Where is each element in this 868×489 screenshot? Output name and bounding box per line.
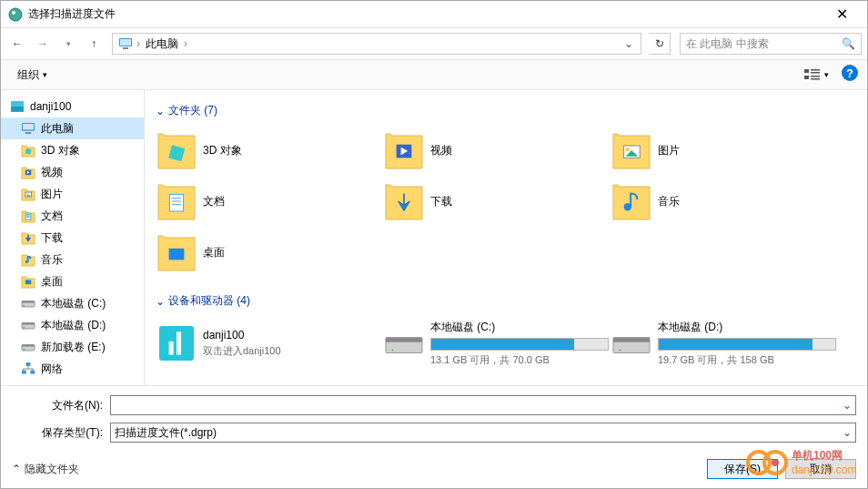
svg-rect-40: [30, 371, 35, 374]
svg-rect-7: [811, 72, 820, 74]
sidebar-item[interactable]: danji100: [1, 96, 144, 117]
pictures-icon: [21, 187, 35, 201]
sidebar-item[interactable]: 本地磁盘 (C:): [1, 292, 144, 314]
folder-item[interactable]: 下载: [383, 178, 611, 224]
drive-usage-bar: [658, 338, 836, 351]
3d-icon: [21, 143, 35, 158]
folder-label: 3D 对象: [203, 143, 242, 158]
sidebar: danji100此电脑3D 对象视频图片文档下载音乐桌面本地磁盘 (C:)本地磁…: [1, 90, 145, 385]
network-icon: [21, 362, 35, 376]
recent-dropdown[interactable]: ▾: [57, 33, 79, 55]
sidebar-item[interactable]: 音乐: [1, 249, 144, 270]
svg-rect-22: [25, 213, 31, 219]
drive-name: danji100: [203, 329, 381, 341]
close-button[interactable]: ✕: [823, 1, 860, 27]
svg-rect-36: [22, 345, 35, 347]
drive-item[interactable]: 本地磁盘 (C:)13.1 GB 可用，共 70.0 GB: [383, 318, 611, 369]
downloads-icon: [21, 230, 35, 245]
devices-section-header[interactable]: ⌄ 设备和驱动器 (4): [156, 290, 856, 318]
search-input[interactable]: 在 此电脑 中搜索 🔍: [680, 33, 862, 55]
svg-point-63: [391, 350, 393, 351]
filename-input[interactable]: ⌄: [110, 395, 856, 415]
filetype-select[interactable]: 扫描进度文件(*.dgrp) ⌄: [110, 423, 856, 443]
folder-item[interactable]: 3D 对象: [156, 127, 383, 173]
search-icon: 🔍: [842, 37, 855, 50]
sidebar-item-label: 桌面: [41, 274, 63, 290]
drive-name: 本地磁盘 (C:): [430, 320, 609, 335]
folder-label: 图片: [658, 143, 680, 158]
chevron-up-icon: ⌃: [12, 463, 21, 475]
search-placeholder: 在 此电脑 中搜索: [686, 36, 769, 52]
svg-rect-33: [22, 323, 35, 325]
cancel-button[interactable]: 取消: [785, 459, 856, 479]
sidebar-item[interactable]: 文档: [1, 205, 144, 227]
svg-point-31: [23, 305, 25, 307]
view-options-button[interactable]: ▾: [797, 65, 836, 85]
drive-item[interactable]: danji100双击进入danji100: [156, 318, 383, 369]
sidebar-item-label: 本地磁盘 (D:): [41, 318, 106, 333]
svg-rect-14: [23, 124, 34, 129]
hdd-icon: [21, 340, 35, 354]
filetype-label: 保存类型(T):: [12, 425, 110, 441]
drive-item[interactable]: 本地磁盘 (D:)19.7 GB 可用，共 158 GB: [611, 318, 838, 369]
folders-section-header[interactable]: ⌄ 文件夹 (7): [156, 99, 856, 127]
sidebar-item[interactable]: 桌面: [1, 270, 144, 292]
hide-folders-link[interactable]: ⌃ 隐藏文件夹: [12, 462, 79, 477]
pc-icon: [118, 36, 133, 51]
sidebar-item-label: 文档: [41, 209, 63, 224]
svg-rect-12: [11, 107, 24, 112]
folder-item[interactable]: 视频: [383, 127, 611, 173]
save-button[interactable]: 保存(S): [707, 459, 778, 479]
svg-rect-5: [804, 69, 809, 73]
sidebar-item[interactable]: 网络: [1, 358, 144, 380]
chevron-down-icon[interactable]: ⌄: [843, 399, 852, 412]
svg-point-37: [23, 349, 25, 351]
organize-button[interactable]: 组织 ▾: [10, 64, 55, 87]
content-pane[interactable]: ⌄ 文件夹 (7) 3D 对象视频图片文档下载音乐桌面 ⌄ 设备和驱动器 (4)…: [145, 90, 867, 385]
drive-item[interactable]: 新加载卷 (E:): [156, 376, 383, 385]
breadcrumb[interactable]: › 此电脑 › ⌄: [112, 33, 641, 55]
desktop-icon: [21, 274, 35, 289]
sidebar-item[interactable]: 此电脑: [1, 117, 144, 139]
sidebar-item-label: 网络: [41, 362, 63, 377]
documents-icon: [21, 209, 35, 223]
hdd-icon: [21, 318, 35, 332]
sidebar-item-label: 此电脑: [41, 121, 74, 137]
chevron-down-icon[interactable]: ⌄: [843, 426, 852, 439]
folder-item[interactable]: 图片: [611, 127, 838, 173]
hdd-icon: [21, 296, 35, 311]
video-icon: [21, 165, 35, 179]
svg-rect-6: [811, 69, 820, 71]
help-button[interactable]: ?: [842, 65, 858, 81]
sidebar-item[interactable]: 本地磁盘 (D:): [1, 314, 144, 336]
documents-icon: [157, 182, 196, 220]
svg-rect-4: [123, 47, 128, 49]
chevron-down-icon: ▾: [824, 70, 829, 79]
drive-free-text: 13.1 GB 可用，共 70.0 GB: [430, 353, 609, 367]
folder-label: 下载: [430, 194, 452, 209]
sidebar-item[interactable]: 视频: [1, 161, 144, 183]
svg-rect-28: [25, 280, 31, 284]
svg-point-20: [26, 193, 28, 195]
up-button[interactable]: ↑: [83, 33, 105, 55]
folder-item[interactable]: 文档: [156, 178, 383, 224]
sidebar-item[interactable]: 新加载卷 (E:): [1, 336, 144, 358]
sidebar-item-label: 3D 对象: [41, 143, 80, 158]
back-button[interactable]: ←: [6, 33, 28, 55]
svg-point-49: [626, 148, 630, 151]
breadcrumb-item[interactable]: 此电脑: [140, 36, 184, 52]
sidebar-item[interactable]: 3D 对象: [1, 139, 144, 161]
folder-item[interactable]: 桌面: [156, 229, 383, 275]
svg-rect-3: [120, 39, 131, 46]
sidebar-item[interactable]: 下载: [1, 227, 144, 249]
drive-subtitle: 双击进入danji100: [203, 344, 381, 358]
svg-point-66: [619, 350, 621, 351]
forward-button[interactable]: →: [32, 33, 54, 55]
folder-item[interactable]: 音乐: [611, 178, 838, 224]
svg-rect-60: [169, 341, 174, 355]
sidebar-item[interactable]: 图片: [1, 183, 144, 205]
sidebar-item-label: 新加载卷 (E:): [41, 340, 106, 355]
app-icon: [157, 324, 196, 362]
breadcrumb-dropdown[interactable]: ⌄: [619, 37, 639, 50]
refresh-button[interactable]: ↻: [649, 33, 671, 55]
